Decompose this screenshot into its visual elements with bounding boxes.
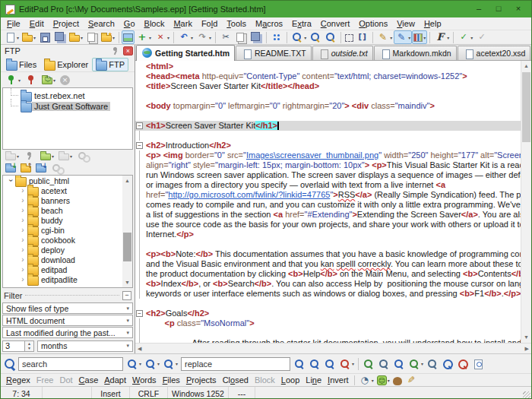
editor[interactable]: <html><head><meta http-equiv="Content-Ty… [135,61,531,343]
tab-markdown-mkdn[interactable]: Markdown.mkdn [374,46,457,60]
editor-line[interactable] [135,111,521,121]
scroll-down-icon[interactable]: ▼ [122,277,132,287]
option-words[interactable]: Words [129,375,160,385]
age-value-input[interactable]: 3 [2,340,25,352]
add-file-to-project-button[interactable]: +▾ [135,30,153,44]
count-matches-button[interactable] [376,356,391,371]
tree-item-public-html[interactable]: ›public_html [3,176,132,185]
multiline-search-button[interactable] [440,356,455,371]
save-project-button[interactable] [84,30,100,44]
editor-line[interactable]: the product documentation by clicking <b… [135,269,521,279]
file-sync-button[interactable] [49,162,65,175]
highlight-matches-button[interactable] [361,356,376,371]
open-project-button[interactable]: ▾ [68,30,84,44]
text-layout-button[interactable]: F▾ [432,30,451,44]
list-matches-button[interactable]: ▾ [407,356,425,371]
tree-scroll-thumb[interactable] [123,233,131,261]
scroll-left-icon[interactable]: ◀ [138,346,141,352]
search-history-button[interactable]: ◔▾ [357,374,375,386]
fold-collapse-icon[interactable]: − [136,142,143,149]
search-panel-button[interactable]: ▾ [290,30,308,44]
download-file-button[interactable]: ↓ [33,162,49,175]
tab-acetext20-xsd[interactable]: acetext20.xsd [458,46,531,60]
menu-extra[interactable]: Extra [287,17,316,30]
find-previous-button[interactable]: ▾ [143,356,161,371]
option-case[interactable]: Case [76,375,102,385]
search-input[interactable] [18,357,123,371]
find-next-button[interactable]: ▾ [125,356,143,371]
editor-line[interactable] [135,299,521,309]
favorite-searches-button[interactable]: ☺▾ [375,374,391,386]
search-again-button[interactable] [308,30,323,44]
replace-next-button[interactable] [292,356,307,371]
pin-icon[interactable] [109,46,122,56]
replace-input[interactable] [181,357,290,371]
find-first-button[interactable]: ▾ [161,356,179,371]
browser-preview-button[interactable] [122,30,135,44]
scroll-right-icon[interactable]: ▶ [525,346,529,352]
remove-file-from-project-button[interactable]: ✕▾ [153,30,171,44]
tree-item-editpadlite[interactable]: ›editpadlite [3,274,132,284]
undo-button[interactable]: ↶▾ [176,30,195,44]
tree-item-download[interactable]: ›download [3,255,132,264]
editor-line[interactable]: or images from a directory you specify —… [135,180,521,190]
tree-item-acetext[interactable]: ›acetext [3,185,132,195]
editor-scrollbar[interactable]: ▲ ▼ [521,61,531,343]
transfer-settings-button[interactable] [74,150,91,163]
editor-line[interactable]: <head><meta http-equiv="Content-Type" co… [135,71,521,81]
editor-line[interactable] [135,91,521,101]
age-unit-dropdown[interactable]: months ▾ [37,340,133,352]
scroll-up-icon[interactable]: ▲ [122,176,132,185]
editor-line[interactable]: −<h2>Goals</h2> [135,309,521,318]
editor-line[interactable]: <b>Index</b>, or <b>Search</b>. You can … [135,279,521,289]
close-button[interactable]: × [508,2,528,16]
tree-item-buddy[interactable]: ›buddy [3,215,132,225]
menu-block[interactable]: Block [140,17,169,30]
pet-mascot-button[interactable] [391,374,404,386]
menu-search[interactable]: Search [84,17,119,30]
disconnect-button[interactable] [23,74,40,87]
menu-options[interactable]: Options [354,17,392,30]
option-projects[interactable]: Projects [183,375,220,385]
visualize-columns-button[interactable]: ▾ [412,30,427,44]
tree-item-cgi-bin[interactable]: ›cgi-bin [3,225,132,235]
menu-help[interactable]: Help [420,17,446,30]
editor-line[interactable]: After reading through the starter kit do… [135,338,521,343]
paste-button[interactable] [249,30,264,44]
editor-line[interactable]: −<h1>Screen Saver Starter Kit</h1> [135,121,521,131]
editor-line[interactable]: keywords or user interface elements such… [135,289,521,299]
option-closed[interactable]: Closed [220,375,252,385]
tree-item-banners[interactable]: ›banners [3,195,132,205]
editor-scroll-thumb[interactable] [522,72,530,142]
step-down-icon[interactable]: ▼ [25,346,33,351]
save-all-button[interactable] [52,30,68,44]
editor-line[interactable]: and the Visual Basic environment and tha… [135,259,521,269]
editor-line[interactable] [135,131,521,141]
open-file-button[interactable]: ▾ [21,30,37,44]
filter-dropdown-1[interactable]: Show files of type▾ [2,302,133,314]
editor-line[interactable]: <title>Screen Saver Starter Kit</title><… [135,81,521,91]
menu-convert[interactable]: Convert [316,17,355,30]
download-folder-button[interactable]: ↓ [3,162,18,175]
scroll-up-icon[interactable]: ▲ [521,61,531,71]
menu-fold[interactable]: Fold [197,17,222,30]
abort-search-button[interactable] [455,356,470,371]
browse-local-folder-button[interactable]: ▾ [3,150,21,163]
tree-item-cookbook[interactable]: ›cookbook [3,235,132,245]
editor-line[interactable]: <p class="MsoNormal"> [135,318,521,328]
menu-mark[interactable]: Mark [169,17,196,30]
option-loop[interactable]: Loop [278,375,302,385]
sidebar-tab-ftp[interactable]: FTP [92,58,128,71]
editor-line[interactable]: a list of suggestions in the section <a … [135,210,521,220]
minimize-button[interactable]: – [469,2,489,16]
synchronize-folders-button[interactable]: ▾ [56,150,74,163]
server-item-test-rebex-net[interactable]: test.rebex.net [3,90,132,101]
panel-close-button[interactable]: × [123,46,133,55]
upload-folder-button[interactable]: ↑ [18,162,33,175]
tab-outside-txt[interactable]: outside.txt [312,46,373,60]
editor-line[interactable] [135,239,521,249]
editor-line[interactable] [135,328,521,338]
replace-all-button[interactable]: ▾ [337,356,356,371]
copy-button[interactable] [233,30,249,44]
fold-collapse-icon[interactable]: − [136,310,143,317]
